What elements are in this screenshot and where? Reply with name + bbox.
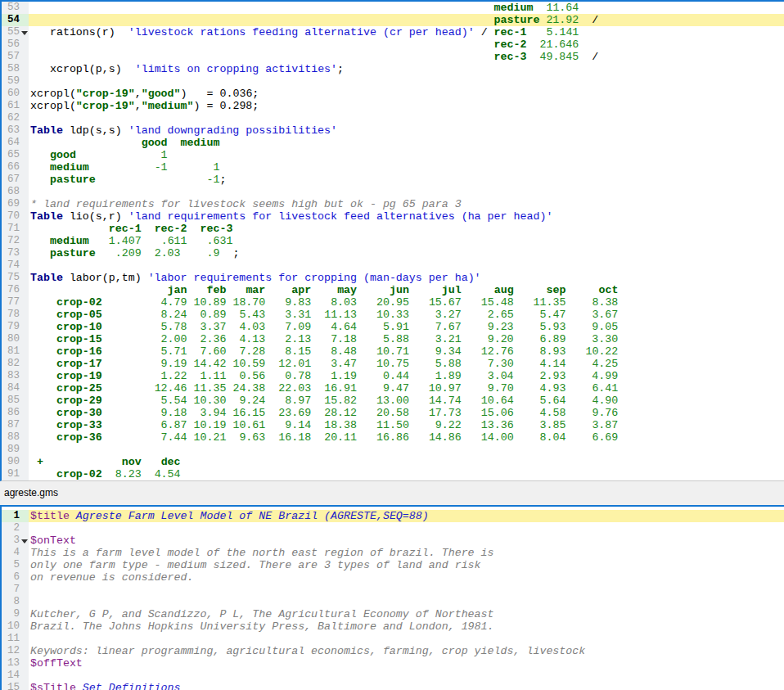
code-line-content[interactable]: crop-02 8.23 4.54 <box>29 468 784 480</box>
code-line[interactable]: 67 pasture -1; <box>2 174 784 186</box>
code-line[interactable]: 7 <box>2 584 784 596</box>
code-line[interactable]: 68 <box>2 186 784 198</box>
code-line-content[interactable] <box>29 259 784 272</box>
code-line[interactable]: 78 crop-05 8.24 0.89 5.43 3.31 11.13 10.… <box>2 309 784 321</box>
code-editor-bottom[interactable]: 1$title Agreste Farm Level Model of NE B… <box>0 505 784 690</box>
code-line[interactable]: 5only one farm type - medium sized. Ther… <box>2 559 784 571</box>
code-line-content[interactable]: only one farm type - medium sized. There… <box>29 559 784 571</box>
code-line-content[interactable]: crop-16 5.71 7.60 7.28 8.15 8.48 10.71 9… <box>29 345 784 358</box>
code-line[interactable]: 15$sTitle Set Definitions <box>2 682 784 690</box>
code-line[interactable]: 85 crop-29 5.54 10.30 9.24 8.97 15.82 13… <box>2 395 784 407</box>
code-line-content[interactable]: xcropl(p,s) 'limits on cropping activiti… <box>29 63 784 75</box>
code-line-content[interactable]: on revenue is considered. <box>29 571 784 584</box>
code-line-content[interactable]: + nov dec <box>29 456 784 468</box>
code-line-content[interactable] <box>29 186 784 198</box>
code-line[interactable]: 3$onText <box>2 534 784 547</box>
code-line-content[interactable] <box>29 112 784 124</box>
code-line[interactable]: 65 good 1 <box>2 149 784 161</box>
code-line-content[interactable] <box>29 670 784 682</box>
code-line[interactable]: 74 <box>2 259 784 272</box>
code-line[interactable]: 72 medium 1.407 .611 .631 <box>2 235 784 247</box>
code-line[interactable]: 69* land requirements for livestock seem… <box>2 198 784 210</box>
code-line-content[interactable]: This is a farm level model of the north … <box>29 547 784 559</box>
code-line[interactable]: 53 medium 11.64 <box>2 2 784 14</box>
code-line[interactable]: 81 crop-16 5.71 7.60 7.28 8.15 8.48 10.7… <box>2 345 784 358</box>
code-line-content[interactable]: crop-29 5.54 10.30 9.24 8.97 15.82 13.00… <box>29 395 784 407</box>
code-line[interactable]: 83 crop-19 1.22 1.11 0.56 0.78 1.19 0.44… <box>2 370 784 382</box>
code-line[interactable]: 88 crop-36 7.44 10.21 9.63 16.18 20.11 1… <box>2 431 784 444</box>
code-line[interactable]: 13$offText <box>2 657 784 670</box>
code-line[interactable]: 63Table ldp(s,s) 'land downgrading possi… <box>2 124 784 137</box>
code-line-content[interactable] <box>29 584 784 596</box>
code-line[interactable]: 2 <box>2 522 784 534</box>
fold-collapse-icon[interactable] <box>21 31 28 35</box>
code-line[interactable]: 79 crop-10 5.78 3.37 4.03 7.09 4.64 5.91… <box>2 321 784 333</box>
code-line-content[interactable]: crop-33 6.87 10.19 10.61 9.14 18.38 11.5… <box>29 419 784 431</box>
code-line[interactable]: 9Kutcher, G P, and Scandizzo, P L, The A… <box>2 608 784 620</box>
code-line[interactable]: 58 xcropl(p,s) 'limits on cropping activ… <box>2 63 784 75</box>
code-line-content[interactable]: crop-15 2.00 2.36 4.13 2.13 7.18 5.88 3.… <box>29 333 784 345</box>
code-line[interactable]: 80 crop-15 2.00 2.36 4.13 2.13 7.18 5.88… <box>2 333 784 345</box>
code-line[interactable]: 73 pasture .209 2.03 .9 ; <box>2 247 784 259</box>
code-line-content[interactable]: Table ldp(s,s) 'land downgrading possibi… <box>29 124 784 137</box>
code-line-content[interactable]: $offText <box>29 657 784 670</box>
code-line[interactable]: 57 rec-3 49.845 / <box>2 51 784 63</box>
code-line-content[interactable]: crop-10 5.78 3.37 4.03 7.09 4.64 5.91 7.… <box>29 321 784 333</box>
code-line-content[interactable]: rations(r) 'livestock rations feeding al… <box>29 26 784 38</box>
code-line-content[interactable]: rec-1 rec-2 rec-3 <box>29 223 784 235</box>
code-line-content[interactable]: crop-30 9.18 3.94 16.15 23.69 28.12 20.5… <box>29 407 784 419</box>
code-line[interactable]: 55 rations(r) 'livestock rations feeding… <box>2 26 784 38</box>
splitter-bar[interactable]: agreste.gms <box>0 481 784 505</box>
code-line-content[interactable]: crop-05 8.24 0.89 5.43 3.31 11.13 10.33 … <box>29 309 784 321</box>
code-line-content[interactable]: pasture .209 2.03 .9 ; <box>29 247 784 259</box>
code-line-content[interactable]: rec-3 49.845 / <box>29 51 784 63</box>
code-line-content[interactable] <box>29 75 784 88</box>
code-line-content[interactable]: Kutcher, G P, and Scandizzo, P L, The Ag… <box>29 608 784 620</box>
code-line-content[interactable]: $sTitle Set Definitions <box>29 682 784 690</box>
code-line[interactable]: 89 <box>2 444 784 456</box>
code-line-content[interactable]: rec-2 21.646 <box>29 38 784 51</box>
code-line[interactable]: 1$title Agreste Farm Level Model of NE B… <box>2 510 784 522</box>
code-line[interactable]: 82 crop-17 9.19 14.42 10.59 12.01 3.47 1… <box>2 358 784 370</box>
code-line-content[interactable]: good medium <box>29 137 784 149</box>
code-line-content[interactable]: Brazil. The Johns Hopkins University Pre… <box>29 620 784 633</box>
code-line-content[interactable]: medium 1.407 .611 .631 <box>29 235 784 247</box>
code-line[interactable]: 56 rec-2 21.646 <box>2 38 784 51</box>
code-line-content[interactable]: jan feb mar apr may jun jul aug sep oct <box>29 284 784 296</box>
code-line-content[interactable]: pasture 21.92 / <box>29 14 784 26</box>
code-line-content[interactable]: crop-36 7.44 10.21 9.63 16.18 20.11 16.8… <box>29 431 784 444</box>
code-line-content[interactable]: medium -1 1 <box>29 161 784 174</box>
code-line-content[interactable] <box>29 444 784 456</box>
code-line[interactable]: 8 <box>2 596 784 608</box>
code-line[interactable]: 54 pasture 21.92 / <box>2 14 784 26</box>
code-line-content[interactable]: * land requirements for livestock seems … <box>29 198 784 210</box>
code-line[interactable]: 62 <box>2 112 784 124</box>
code-line[interactable]: 75Table labor(p,tm) 'labor requirements … <box>2 272 784 284</box>
code-editor-top[interactable]: 53 medium 11.6454 pasture 21.92 /55 rati… <box>0 0 784 481</box>
code-line-content[interactable]: crop-02 4.79 10.89 18.70 9.83 8.03 20.95… <box>29 296 784 309</box>
code-line[interactable]: 14 <box>2 670 784 682</box>
code-line[interactable]: 91 crop-02 8.23 4.54 <box>2 468 784 480</box>
code-line[interactable]: 70Table lio(s,r) 'land requirements for … <box>2 210 784 223</box>
code-line-content[interactable] <box>29 596 784 608</box>
code-line[interactable]: 87 crop-33 6.87 10.19 10.61 9.14 18.38 1… <box>2 419 784 431</box>
code-line-content[interactable]: Keywords: linear programming, agricultur… <box>29 645 784 657</box>
fold-collapse-icon[interactable] <box>21 539 28 543</box>
code-line-content[interactable]: crop-17 9.19 14.42 10.59 12.01 3.47 10.7… <box>29 358 784 370</box>
code-line[interactable]: 64 good medium <box>2 137 784 149</box>
code-line[interactable]: 84 crop-25 12.46 11.35 24.38 22.03 16.91… <box>2 382 784 395</box>
code-line-content[interactable]: $onText <box>29 534 784 547</box>
code-line-content[interactable]: medium 11.64 <box>29 2 784 14</box>
code-line[interactable]: 60xcropl("crop-19","good") = 0.036; <box>2 88 784 100</box>
code-line[interactable]: 61xcropl("crop-19","medium") = 0.298; <box>2 100 784 112</box>
code-line-content[interactable]: xcropl("crop-19","medium") = 0.298; <box>29 100 784 112</box>
code-line[interactable]: 86 crop-30 9.18 3.94 16.15 23.69 28.12 2… <box>2 407 784 419</box>
code-line-content[interactable]: crop-25 12.46 11.35 24.38 22.03 16.91 9.… <box>29 382 784 395</box>
code-line[interactable]: 90 + nov dec <box>2 456 784 468</box>
code-line-content[interactable]: Table lio(s,r) 'land requirements for li… <box>29 210 784 223</box>
code-line[interactable]: 66 medium -1 1 <box>2 161 784 174</box>
code-line-content[interactable]: $title Agreste Farm Level Model of NE Br… <box>29 510 784 522</box>
code-line[interactable]: 11 <box>2 633 784 645</box>
code-line-content[interactable]: xcropl("crop-19","good") = 0.036; <box>29 88 784 100</box>
code-line-content[interactable] <box>29 633 784 645</box>
